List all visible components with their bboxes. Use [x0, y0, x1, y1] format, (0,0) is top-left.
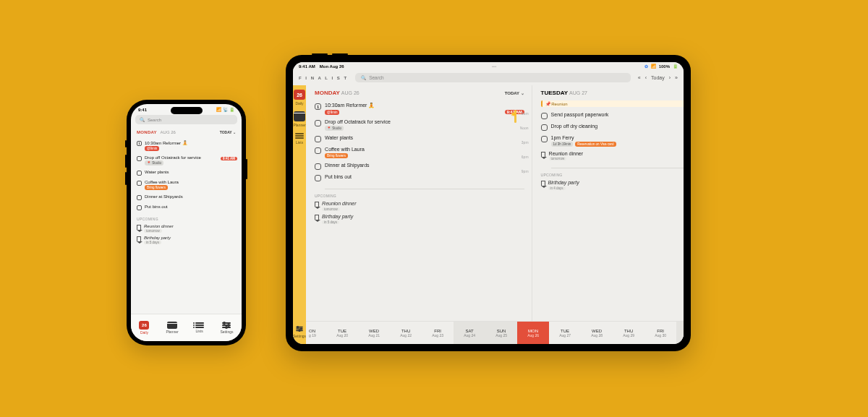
- task-row[interactable]: Dinner at Shipyards: [315, 160, 524, 172]
- checkbox[interactable]: [541, 136, 548, 142]
- toolbar: F I N A L I S T Search « ‹ Today › »: [293, 70, 684, 85]
- bookmark-icon: [541, 152, 545, 157]
- upcoming-label: UPCOMING: [541, 173, 684, 177]
- checkbox[interactable]: 1: [315, 103, 321, 110]
- app-brand: F I N A L I S T: [299, 76, 348, 80]
- task-title: 10:30am Reformer 🧘: [145, 140, 236, 145]
- settings-icon: [222, 322, 231, 329]
- ipad-frame: 9:41 AM Mon Aug 26 ••• ✿ 📶 100% 🔋 F I N …: [286, 55, 691, 351]
- week-day[interactable]: FRIAug 23: [422, 322, 454, 344]
- checkbox[interactable]: [137, 181, 142, 186]
- tab-lists[interactable]: Lists: [195, 322, 204, 333]
- day-header-label[interactable]: TODAY: [220, 130, 236, 134]
- status-time: 9:41 AM: [299, 64, 315, 69]
- week-day[interactable]: THUAug 29: [613, 322, 644, 344]
- task-row[interactable]: Coffee with LauraBring flowers: [315, 145, 524, 160]
- week-day[interactable]: TUEAug 20: [326, 322, 358, 344]
- task-row[interactable]: Water plants: [137, 168, 236, 178]
- task-row[interactable]: Put bins out: [137, 202, 236, 212]
- upcoming-item[interactable]: Reunion dinnertomorrow: [137, 223, 236, 234]
- wifi-icon: 📶: [651, 64, 656, 69]
- upcoming-label: UPCOMING: [315, 194, 524, 198]
- pill: Reservation on Visa card: [575, 142, 616, 147]
- wifi-icon: 📡: [223, 107, 228, 112]
- bookmark-icon: [315, 202, 319, 207]
- pill: @9min: [145, 146, 159, 151]
- week-day[interactable]: SATAug 31: [676, 322, 684, 344]
- task-row[interactable]: Reunion dinnertomorrow: [541, 149, 684, 163]
- nav-next[interactable]: ›: [669, 75, 671, 80]
- checkbox[interactable]: [315, 120, 321, 126]
- week-strip[interactable]: ONg 19TUEAug 20WEDAug 21THUAug 22FRIAug …: [306, 321, 684, 344]
- week-day[interactable]: THUAug 22: [390, 322, 422, 344]
- signal-icon: 📶: [216, 107, 221, 112]
- battery-label: 100%: [659, 64, 670, 69]
- task-title: Put bins out: [145, 205, 236, 209]
- pill: 📍 Studio: [325, 126, 344, 131]
- checkbox[interactable]: [315, 175, 321, 181]
- upcoming-item[interactable]: Birthday partyin 5 days: [137, 234, 236, 246]
- week-day[interactable]: TUEAug 27: [549, 322, 581, 344]
- checkbox[interactable]: [137, 195, 142, 200]
- tab-settings[interactable]: Settings: [220, 322, 233, 334]
- search-icon: [140, 117, 145, 122]
- nav-prev-fast[interactable]: «: [638, 75, 641, 80]
- tab-planner[interactable]: Planner: [166, 322, 178, 334]
- blank-task-line[interactable]: [325, 184, 524, 189]
- blank-task-line[interactable]: [551, 163, 684, 168]
- sidebar-item-settings[interactable]: Settings: [293, 325, 306, 338]
- week-day[interactable]: WEDAug 21: [358, 322, 390, 344]
- sidebar-item-lists[interactable]: Lists: [295, 133, 304, 145]
- checkbox[interactable]: [137, 156, 142, 161]
- checkbox[interactable]: 1: [137, 141, 142, 146]
- sidebar-item-daily[interactable]: 26 Daily: [294, 90, 305, 106]
- upcoming-item[interactable]: Birthday partyin 5 days: [315, 212, 524, 225]
- task-row[interactable]: 110:30am Reformer 🧘@9min: [315, 100, 524, 117]
- sidebar-item-planner[interactable]: Planner: [293, 111, 305, 127]
- task-row[interactable]: Put bins out: [315, 172, 524, 184]
- week-day[interactable]: WEDAug 28: [581, 322, 613, 344]
- upcoming-item[interactable]: Reunion dinnertomorrow: [315, 199, 524, 212]
- sidebar: 26 Daily Planner Lists Settings: [293, 85, 306, 344]
- nav-prev[interactable]: ‹: [645, 75, 647, 80]
- checkbox[interactable]: [137, 205, 142, 210]
- task-row[interactable]: Drop off dry cleaning: [541, 121, 684, 133]
- calendar-badge-icon: 26: [139, 321, 149, 330]
- week-day[interactable]: MONAug 26: [517, 322, 549, 344]
- pill: @9min: [325, 110, 339, 115]
- tab-daily[interactable]: 26 Daily: [139, 321, 149, 335]
- time-badge: 9:41 AM: [221, 157, 237, 160]
- calendar-badge-icon: 26: [294, 90, 305, 100]
- handle-icon: •••: [344, 64, 644, 69]
- task-row[interactable]: 110:30am Reformer 🧘@9min: [137, 138, 236, 153]
- nav-next-fast[interactable]: »: [675, 75, 678, 80]
- checkbox[interactable]: [541, 124, 548, 131]
- task-row[interactable]: Drop off Octatrack for service📍 Studio: [315, 117, 524, 133]
- search-input[interactable]: Search: [135, 115, 237, 124]
- task-row[interactable]: 1pm Ferry1d 3h 19minReservation on Visa …: [541, 133, 684, 149]
- bookmark-icon: [137, 225, 141, 230]
- task-row[interactable]: Drop off Octatrack for service📍 Studio: [137, 153, 236, 168]
- nav-today[interactable]: Today: [651, 75, 665, 80]
- upcoming-label: UPCOMING: [137, 217, 236, 221]
- week-day[interactable]: SATAug 24: [454, 322, 485, 344]
- task-row[interactable]: Water plants: [315, 133, 524, 145]
- checkbox[interactable]: [315, 163, 321, 170]
- week-day[interactable]: FRIAug 30: [644, 322, 676, 344]
- checkbox[interactable]: [137, 171, 142, 176]
- battery-icon: 🔋: [229, 107, 234, 112]
- checkbox[interactable]: [315, 147, 321, 154]
- checkbox[interactable]: [315, 136, 321, 142]
- task-row[interactable]: Send passport paperwork: [541, 110, 684, 121]
- column-label[interactable]: TODAY: [505, 90, 524, 95]
- pill: 📍 Studio: [145, 160, 163, 165]
- task-row[interactable]: Coffee with LauraBring flowers: [137, 178, 236, 192]
- week-day[interactable]: ONg 19: [306, 322, 326, 344]
- search-input[interactable]: Search: [355, 73, 631, 82]
- planner-icon: [167, 322, 177, 329]
- timeline: 9am☀️Noon3pm6pm9pm: [517, 111, 529, 315]
- task-row[interactable]: Dinner at Shipyards: [137, 192, 236, 202]
- week-day[interactable]: SUNAug 25: [485, 322, 517, 344]
- checkbox[interactable]: [541, 113, 548, 119]
- upcoming-item[interactable]: Birthday partyin 4 days: [541, 179, 684, 192]
